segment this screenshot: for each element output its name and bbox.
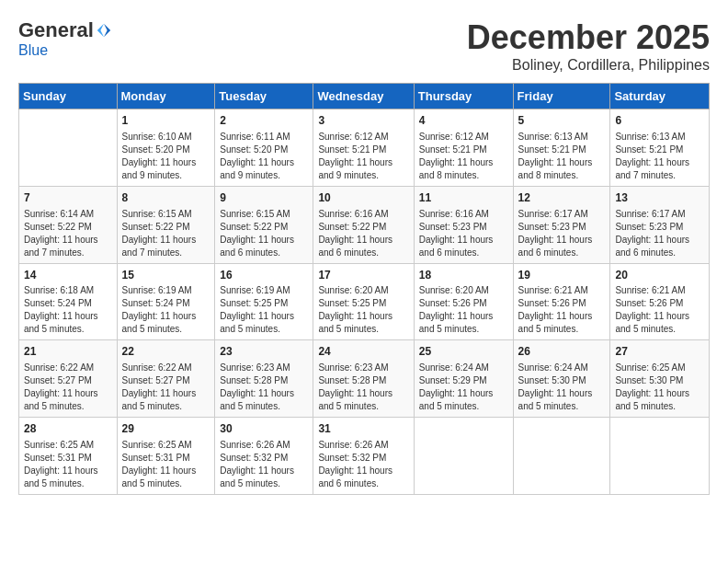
day-number: 1 <box>122 113 210 129</box>
day-info: Sunrise: 6:14 AM Sunset: 5:22 PM Dayligh… <box>24 208 112 259</box>
calendar-cell: 28Sunrise: 6:25 AM Sunset: 5:31 PM Dayli… <box>19 418 118 495</box>
calendar-cell: 24Sunrise: 6:23 AM Sunset: 5:28 PM Dayli… <box>313 340 414 418</box>
calendar-body: 1Sunrise: 6:10 AM Sunset: 5:20 PM Daylig… <box>19 109 710 495</box>
calendar-cell: 7Sunrise: 6:14 AM Sunset: 5:22 PM Daylig… <box>19 186 118 263</box>
header-day-thursday: Thursday <box>414 84 513 109</box>
calendar-cell <box>19 109 118 187</box>
day-info: Sunrise: 6:10 AM Sunset: 5:20 PM Dayligh… <box>122 131 210 182</box>
day-number: 4 <box>419 113 508 129</box>
day-info: Sunrise: 6:26 AM Sunset: 5:32 PM Dayligh… <box>220 439 308 490</box>
calendar-cell: 3Sunrise: 6:12 AM Sunset: 5:21 PM Daylig… <box>313 109 414 187</box>
logo: General Blue <box>18 18 112 59</box>
day-info: Sunrise: 6:24 AM Sunset: 5:30 PM Dayligh… <box>518 362 606 413</box>
day-info: Sunrise: 6:20 AM Sunset: 5:25 PM Dayligh… <box>318 284 408 336</box>
day-info: Sunrise: 6:12 AM Sunset: 5:21 PM Dayligh… <box>419 131 508 182</box>
calendar-cell: 30Sunrise: 6:26 AM Sunset: 5:32 PM Dayli… <box>215 418 313 495</box>
calendar-cell: 1Sunrise: 6:10 AM Sunset: 5:20 PM Daylig… <box>117 109 215 187</box>
calendar-header-row: SundayMondayTuesdayWednesdayThursdayFrid… <box>19 84 710 109</box>
day-info: Sunrise: 6:22 AM Sunset: 5:27 PM Dayligh… <box>122 362 210 413</box>
day-number: 19 <box>518 268 606 283</box>
day-number: 10 <box>318 190 408 206</box>
header-day-saturday: Saturday <box>610 84 710 109</box>
day-number: 31 <box>318 421 408 437</box>
day-number: 7 <box>24 190 112 206</box>
day-info: Sunrise: 6:25 AM Sunset: 5:31 PM Dayligh… <box>24 439 112 490</box>
calendar-cell: 29Sunrise: 6:25 AM Sunset: 5:31 PM Dayli… <box>117 418 215 495</box>
day-number: 18 <box>419 268 508 283</box>
calendar-cell <box>513 418 610 495</box>
day-number: 14 <box>24 268 112 283</box>
calendar-cell: 4Sunrise: 6:12 AM Sunset: 5:21 PM Daylig… <box>414 109 513 187</box>
calendar-cell: 16Sunrise: 6:19 AM Sunset: 5:25 PM Dayli… <box>215 263 313 340</box>
calendar-week-row: 7Sunrise: 6:14 AM Sunset: 5:22 PM Daylig… <box>19 186 710 263</box>
calendar-cell: 17Sunrise: 6:20 AM Sunset: 5:25 PM Dayli… <box>313 263 414 340</box>
day-info: Sunrise: 6:26 AM Sunset: 5:32 PM Dayligh… <box>318 439 408 490</box>
day-number: 5 <box>518 113 606 129</box>
day-number: 26 <box>518 344 606 360</box>
calendar-cell: 20Sunrise: 6:21 AM Sunset: 5:26 PM Dayli… <box>610 263 710 340</box>
calendar-cell: 18Sunrise: 6:20 AM Sunset: 5:26 PM Dayli… <box>414 263 513 340</box>
calendar-week-row: 21Sunrise: 6:22 AM Sunset: 5:27 PM Dayli… <box>19 340 710 418</box>
day-number: 3 <box>318 113 408 129</box>
header-day-wednesday: Wednesday <box>313 84 414 109</box>
calendar-table: SundayMondayTuesdayWednesdayThursdayFrid… <box>18 83 710 495</box>
calendar-week-row: 28Sunrise: 6:25 AM Sunset: 5:31 PM Dayli… <box>19 418 710 495</box>
day-number: 8 <box>122 190 210 206</box>
day-number: 25 <box>419 344 508 360</box>
day-number: 15 <box>122 268 210 283</box>
calendar-cell: 19Sunrise: 6:21 AM Sunset: 5:26 PM Dayli… <box>513 263 610 340</box>
day-number: 29 <box>122 421 210 437</box>
day-info: Sunrise: 6:23 AM Sunset: 5:28 PM Dayligh… <box>318 362 408 413</box>
day-number: 16 <box>220 268 308 283</box>
header-day-friday: Friday <box>513 84 610 109</box>
day-number: 13 <box>615 190 704 206</box>
month-title: December 2025 <box>467 18 710 57</box>
title-block: December 2025 Boliney, Cordillera, Phili… <box>467 18 710 74</box>
day-info: Sunrise: 6:17 AM Sunset: 5:23 PM Dayligh… <box>518 208 606 259</box>
day-info: Sunrise: 6:13 AM Sunset: 5:21 PM Dayligh… <box>518 131 606 182</box>
day-info: Sunrise: 6:20 AM Sunset: 5:26 PM Dayligh… <box>419 284 508 336</box>
logo-blue: Blue <box>18 42 48 58</box>
day-info: Sunrise: 6:12 AM Sunset: 5:21 PM Dayligh… <box>318 131 408 182</box>
calendar-cell: 11Sunrise: 6:16 AM Sunset: 5:23 PM Dayli… <box>414 186 513 263</box>
calendar-cell: 12Sunrise: 6:17 AM Sunset: 5:23 PM Dayli… <box>513 186 610 263</box>
day-info: Sunrise: 6:19 AM Sunset: 5:25 PM Dayligh… <box>220 284 308 336</box>
day-info: Sunrise: 6:23 AM Sunset: 5:28 PM Dayligh… <box>220 362 308 413</box>
calendar-week-row: 14Sunrise: 6:18 AM Sunset: 5:24 PM Dayli… <box>19 263 710 340</box>
header-day-monday: Monday <box>117 84 215 109</box>
calendar-cell: 22Sunrise: 6:22 AM Sunset: 5:27 PM Dayli… <box>117 340 215 418</box>
location-title: Boliney, Cordillera, Philippines <box>467 57 710 74</box>
day-number: 27 <box>615 344 704 360</box>
day-number: 2 <box>220 113 308 129</box>
day-info: Sunrise: 6:25 AM Sunset: 5:30 PM Dayligh… <box>615 362 704 413</box>
day-number: 30 <box>220 421 308 437</box>
page-header: General Blue December 2025 Boliney, Cord… <box>18 18 710 74</box>
day-info: Sunrise: 6:25 AM Sunset: 5:31 PM Dayligh… <box>122 439 210 490</box>
day-info: Sunrise: 6:13 AM Sunset: 5:21 PM Dayligh… <box>615 131 704 182</box>
day-number: 17 <box>318 268 408 283</box>
day-number: 22 <box>122 344 210 360</box>
day-info: Sunrise: 6:21 AM Sunset: 5:26 PM Dayligh… <box>615 284 704 336</box>
calendar-cell: 5Sunrise: 6:13 AM Sunset: 5:21 PM Daylig… <box>513 109 610 187</box>
day-info: Sunrise: 6:19 AM Sunset: 5:24 PM Dayligh… <box>122 284 210 336</box>
calendar-cell: 14Sunrise: 6:18 AM Sunset: 5:24 PM Dayli… <box>19 263 118 340</box>
day-info: Sunrise: 6:11 AM Sunset: 5:20 PM Dayligh… <box>220 131 308 182</box>
calendar-cell: 27Sunrise: 6:25 AM Sunset: 5:30 PM Dayli… <box>610 340 710 418</box>
calendar-cell: 25Sunrise: 6:24 AM Sunset: 5:29 PM Dayli… <box>414 340 513 418</box>
svg-marker-0 <box>104 24 110 37</box>
calendar-cell: 2Sunrise: 6:11 AM Sunset: 5:20 PM Daylig… <box>215 109 313 187</box>
day-info: Sunrise: 6:24 AM Sunset: 5:29 PM Dayligh… <box>419 362 508 413</box>
calendar-cell <box>414 418 513 495</box>
day-number: 28 <box>24 421 112 437</box>
calendar-cell: 10Sunrise: 6:16 AM Sunset: 5:22 PM Dayli… <box>313 186 414 263</box>
day-info: Sunrise: 6:17 AM Sunset: 5:23 PM Dayligh… <box>615 208 704 259</box>
header-day-tuesday: Tuesday <box>215 84 313 109</box>
header-day-sunday: Sunday <box>19 84 118 109</box>
day-number: 9 <box>220 190 308 206</box>
calendar-cell: 15Sunrise: 6:19 AM Sunset: 5:24 PM Dayli… <box>117 263 215 340</box>
calendar-cell: 6Sunrise: 6:13 AM Sunset: 5:21 PM Daylig… <box>610 109 710 187</box>
logo-icon <box>96 22 112 39</box>
day-number: 23 <box>220 344 308 360</box>
logo-general: General <box>18 18 94 42</box>
day-info: Sunrise: 6:16 AM Sunset: 5:23 PM Dayligh… <box>419 208 508 259</box>
